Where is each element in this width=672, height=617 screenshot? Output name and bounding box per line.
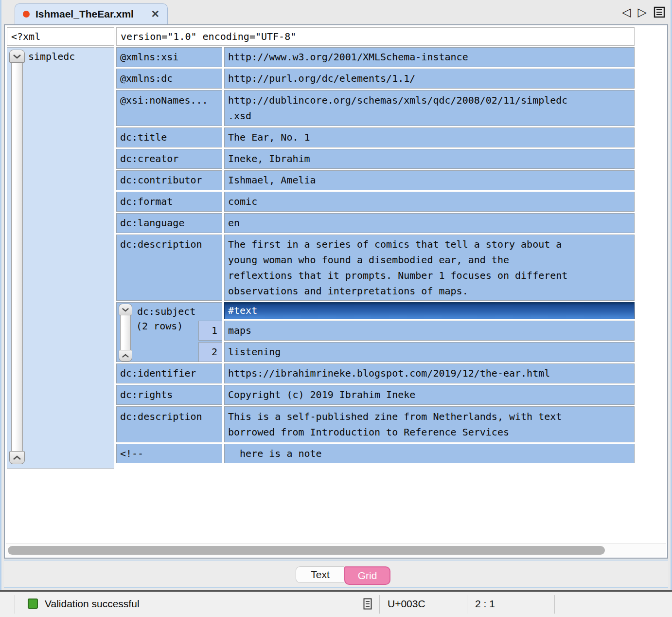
root-element-name[interactable]: simpledc xyxy=(28,51,75,62)
collapse-button-bottom[interactable] xyxy=(9,451,25,464)
modified-indicator-icon xyxy=(23,11,30,18)
nav-icons: ◁ ▷ xyxy=(622,6,665,18)
node-name-cell[interactable]: dc:description xyxy=(116,235,222,301)
node-value-cell[interactable]: http://dublincore.org/schemas/xmls/qdc/2… xyxy=(224,90,635,126)
collapse-button xyxy=(119,304,132,315)
node-name-cell[interactable]: dc:title xyxy=(116,127,222,147)
tab-ishmael-theear[interactable]: Ishmael_TheEar.xml ✕ xyxy=(15,3,168,24)
table-row: dc:description This is a self-published … xyxy=(116,406,635,442)
node-value-cell[interactable]: http://purl.org/dc/elements/1.1/ xyxy=(224,69,635,89)
subject-value-cell[interactable]: listening xyxy=(224,342,635,362)
text-view-button[interactable]: Text xyxy=(296,566,344,583)
comment-row: <!-- here is a note xyxy=(116,444,635,463)
table-row: @xmlns:xsi http://www.w3.org/2001/XMLSch… xyxy=(116,47,635,67)
collapse-button xyxy=(9,50,25,63)
validation-status-text: Validation successful xyxy=(45,598,140,610)
chevron-down-icon xyxy=(122,307,129,312)
xml-editor-window: Ishmael_TheEar.xml ✕ ◁ ▷ <?xml version="… xyxy=(0,0,672,617)
unicode-codepoint: U+003C xyxy=(388,598,425,610)
node-name-cell[interactable]: dc:contributor xyxy=(116,170,222,190)
node-value-cell[interactable]: This is a self-published zine from Nethe… xyxy=(224,406,635,442)
collapse-track[interactable] xyxy=(11,63,23,451)
node-name-cell[interactable]: @xsi:noNames... xyxy=(116,90,222,126)
table-row: dc:identifier https://ibrahimrineke.blog… xyxy=(116,363,635,383)
scrollbar-thumb[interactable] xyxy=(8,546,605,555)
tab-bar: Ishmael_TheEar.xml ✕ ◁ ▷ xyxy=(0,0,672,24)
comment-marker-cell[interactable]: <!-- xyxy=(116,444,222,463)
subject-values: #text maps listening xyxy=(224,302,635,362)
subject-collapse-handle[interactable] xyxy=(119,304,132,362)
table-row: @xmlns:dc http://purl.org/dc/elements/1.… xyxy=(116,69,635,89)
root-collapse-handle[interactable] xyxy=(9,50,25,464)
table-row: @xsi:noNames... http://dublincore.org/sc… xyxy=(116,90,635,126)
node-name-cell[interactable]: @xmlns:xsi xyxy=(116,47,222,67)
node-value-cell[interactable]: The Ear, No. 1 xyxy=(224,127,635,147)
view-mode-toggle: Text Grid xyxy=(296,566,390,585)
node-name-cell[interactable]: dc:rights xyxy=(116,385,222,405)
history-back-icon[interactable]: ◁ xyxy=(622,6,631,18)
node-value-cell[interactable]: en xyxy=(224,213,635,233)
collapse-button-bottom[interactable] xyxy=(119,350,132,362)
view-toggle-strip: Text Grid xyxy=(4,560,668,588)
prolog-target-cell[interactable]: <?xml xyxy=(7,27,114,46)
root-grid: simpledc @xmlns:xsi http://www.w3.org/20… xyxy=(7,47,667,469)
table-row: dc:language en xyxy=(116,213,635,233)
table-row: dc:format comic xyxy=(116,192,635,212)
table-row: dc:creator Ineke, Ibrahim xyxy=(116,149,635,169)
grid-view: <?xml version="1.0" encoding="UTF-8" sim… xyxy=(4,24,668,559)
table-row: dc:rights Copyright (c) 2019 Ibrahim Ine… xyxy=(116,385,635,405)
node-name-cell[interactable]: dc:description xyxy=(116,406,222,442)
validation-status-icon xyxy=(28,599,38,609)
collapse-track[interactable] xyxy=(120,315,131,350)
node-value-cell[interactable]: Ishmael, Amelia xyxy=(224,170,635,190)
node-name-cell[interactable]: dc:creator xyxy=(116,149,222,169)
node-value-cell[interactable]: https://ibrahimrineke.blogspot.com/2019/… xyxy=(224,363,635,383)
close-icon[interactable]: ✕ xyxy=(147,8,159,20)
subject-row-number[interactable]: 2 xyxy=(198,342,222,362)
tab-title: Ishmael_TheEar.xml xyxy=(35,8,147,20)
history-forward-icon[interactable]: ▷ xyxy=(638,6,647,18)
root-element-panel[interactable]: simpledc xyxy=(7,47,114,469)
table-row: dc:description The first in a series of … xyxy=(116,235,635,301)
node-name-cell[interactable]: dc:language xyxy=(116,213,222,233)
xml-prolog-row: <?xml version="1.0" encoding="UTF-8" xyxy=(7,27,667,46)
statusbar-divider xyxy=(467,595,467,614)
table-row: dc:contributor Ishmael, Amelia xyxy=(116,170,635,190)
node-value-cell[interactable]: The first in a series of comics that tel… xyxy=(224,235,635,301)
chevron-down-icon xyxy=(13,54,21,59)
statusbar-divider xyxy=(15,595,15,614)
node-name-cell[interactable]: @xmlns:dc xyxy=(116,69,222,89)
subject-row-count: (2 rows) xyxy=(136,319,183,333)
subject-value-cell[interactable]: maps xyxy=(224,321,635,341)
document-icon[interactable] xyxy=(363,598,372,610)
node-value-cell[interactable]: Ineke, Ibrahim xyxy=(224,149,635,169)
statusbar-divider xyxy=(554,595,555,614)
chevron-up-icon xyxy=(13,455,21,461)
horizontal-scrollbar[interactable] xyxy=(6,543,666,557)
status-bar: Validation successful U+003C 2 : 1 xyxy=(0,590,672,617)
window-left-edge xyxy=(0,0,1,590)
node-value-cell[interactable]: Copyright (c) 2019 Ibrahim Ineke xyxy=(224,385,635,405)
subject-name-cell[interactable]: dc:subject (2 rows) 1 2 xyxy=(116,302,222,362)
grid-rows: @xmlns:xsi http://www.w3.org/2001/XMLSch… xyxy=(116,47,635,463)
node-value-cell[interactable]: comic xyxy=(224,192,635,212)
chevron-up-icon xyxy=(122,353,129,359)
document-list-icon[interactable] xyxy=(654,6,665,18)
grid-view-button[interactable]: Grid xyxy=(344,566,390,585)
prolog-content-cell[interactable]: version="1.0" encoding="UTF-8" xyxy=(116,27,635,46)
subject-element-name[interactable]: dc:subject xyxy=(137,304,195,319)
node-name-cell[interactable]: dc:format xyxy=(116,192,222,212)
node-name-cell[interactable]: dc:identifier xyxy=(116,363,222,383)
subject-row-number[interactable]: 1 xyxy=(198,321,222,341)
cursor-position: 2 : 1 xyxy=(475,598,495,610)
statusbar-divider xyxy=(379,595,380,614)
subject-text-header-selected[interactable]: #text xyxy=(224,302,635,319)
comment-value-cell[interactable]: here is a note xyxy=(224,444,635,463)
table-row: dc:title The Ear, No. 1 xyxy=(116,127,635,147)
node-value-cell[interactable]: http://www.w3.org/2001/XMLSchema-instanc… xyxy=(224,47,635,67)
subject-subtable: dc:subject (2 rows) 1 2 #text maps liste… xyxy=(116,302,635,362)
